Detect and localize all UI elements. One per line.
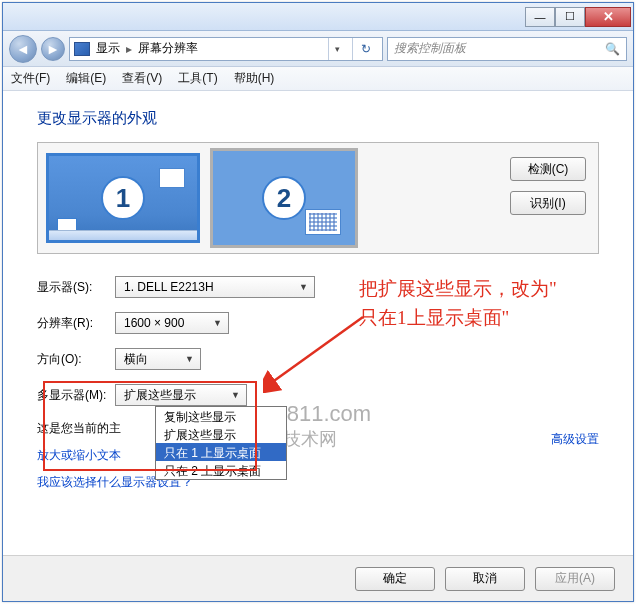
select-monitor[interactable]: 1. DELL E2213H ▼	[115, 276, 315, 298]
select-multi-display[interactable]: 扩展这些显示 ▼	[115, 384, 247, 406]
detect-button[interactable]: 检测(C)	[510, 157, 586, 181]
monitor-2-badge: 2	[262, 176, 306, 220]
apply-button[interactable]: 应用(A)	[535, 567, 615, 591]
search-icon[interactable]: 🔍	[605, 42, 620, 56]
chevron-down-icon: ▼	[225, 390, 240, 400]
chevron-down-icon: ▼	[179, 354, 194, 364]
monitor-1-badge: 1	[101, 176, 145, 220]
select-orientation[interactable]: 横向 ▼	[115, 348, 201, 370]
row-multi-display: 多显示器(M): 扩展这些显示 ▼ 复制这些显示 扩展这些显示 只在 1 上显示…	[37, 384, 599, 406]
breadcrumb-display[interactable]: 显示	[96, 40, 120, 57]
label-multi-display: 多显示器(M):	[37, 387, 107, 404]
menu-view[interactable]: 查看(V)	[122, 70, 162, 87]
monitor-preview[interactable]: 1 2 检测(C) 识别(I)	[37, 142, 599, 254]
menubar: 文件(F) 编辑(E) 查看(V) 工具(T) 帮助(H)	[3, 67, 633, 91]
address-bar[interactable]: 显示 ▸ 屏幕分辨率 ▾ ↻	[69, 37, 383, 61]
select-resolution-value: 1600 × 900	[124, 316, 184, 330]
option-show-on-1[interactable]: 只在 1 上显示桌面	[156, 443, 286, 461]
option-show-on-2[interactable]: 只在 2 上显示桌面	[156, 461, 286, 479]
cancel-button[interactable]: 取消	[445, 567, 525, 591]
option-duplicate[interactable]: 复制这些显示	[156, 407, 286, 425]
window-frame: — ☐ ✕ ◄ ► 显示 ▸ 屏幕分辨率 ▾ ↻ 搜索控制面板 🔍 文件(F) …	[2, 2, 634, 602]
monitor-1[interactable]: 1	[46, 153, 200, 243]
monitor-side-buttons: 检测(C) 识别(I)	[510, 157, 586, 215]
search-input[interactable]: 搜索控制面板 🔍	[387, 37, 627, 61]
close-button[interactable]: ✕	[585, 7, 631, 27]
breadcrumb-resolution[interactable]: 屏幕分辨率	[138, 40, 198, 57]
address-dropdown[interactable]: ▾	[328, 38, 346, 60]
select-multi-value: 扩展这些显示	[124, 387, 196, 404]
ok-button[interactable]: 确定	[355, 567, 435, 591]
menu-file[interactable]: 文件(F)	[11, 70, 50, 87]
label-resolution: 分辨率(R):	[37, 315, 107, 332]
window-thumb-icon	[159, 168, 185, 188]
menu-edit[interactable]: 编辑(E)	[66, 70, 106, 87]
back-button[interactable]: ◄	[9, 35, 37, 63]
window-buttons: — ☐ ✕	[525, 7, 631, 27]
row-orientation: 方向(O): 横向 ▼	[37, 348, 599, 370]
navbar: ◄ ► 显示 ▸ 屏幕分辨率 ▾ ↻ 搜索控制面板 🔍	[3, 31, 633, 67]
titlebar: — ☐ ✕	[3, 3, 633, 31]
search-placeholder: 搜索控制面板	[394, 40, 466, 57]
multi-display-dropdown: 复制这些显示 扩展这些显示 只在 1 上显示桌面 只在 2 上显示桌面	[155, 406, 287, 480]
chevron-down-icon: ▼	[293, 282, 308, 292]
minimize-button[interactable]: —	[525, 7, 555, 27]
menu-tools[interactable]: 工具(T)	[178, 70, 217, 87]
resize-text-link[interactable]: 放大或缩小文本	[37, 447, 599, 464]
label-monitor: 显示器(S):	[37, 279, 107, 296]
breadcrumb-separator: ▸	[126, 42, 132, 56]
select-orientation-value: 横向	[124, 351, 148, 368]
identify-button[interactable]: 识别(I)	[510, 191, 586, 215]
page-title: 更改显示器的外观	[37, 109, 599, 128]
select-resolution[interactable]: 1600 × 900 ▼	[115, 312, 229, 334]
taskbar-icon	[49, 230, 197, 240]
chevron-down-icon: ▼	[207, 318, 222, 328]
help-link[interactable]: 我应该选择什么显示器设置？	[37, 474, 599, 491]
grid-icon	[305, 209, 341, 235]
annotation-line2: 只在1上显示桌面"	[359, 307, 509, 328]
menu-help[interactable]: 帮助(H)	[234, 70, 275, 87]
monitor-2[interactable]: 2	[210, 148, 358, 248]
main-display-note: 这是您当前的主	[37, 420, 599, 437]
refresh-button[interactable]: ↻	[352, 38, 378, 60]
select-monitor-value: 1. DELL E2213H	[124, 280, 214, 294]
label-orientation: 方向(O):	[37, 351, 107, 368]
display-icon	[74, 42, 90, 56]
advanced-settings-link[interactable]: 高级设置	[551, 431, 599, 448]
forward-button[interactable]: ►	[41, 37, 65, 61]
option-extend[interactable]: 扩展这些显示	[156, 425, 286, 443]
maximize-button[interactable]: ☐	[555, 7, 585, 27]
annotation-text: 把扩展这些显示，改为" 只在1上显示桌面"	[359, 275, 557, 332]
annotation-line1: 把扩展这些显示，改为"	[359, 278, 557, 299]
footer: 确定 取消 应用(A)	[3, 555, 633, 601]
